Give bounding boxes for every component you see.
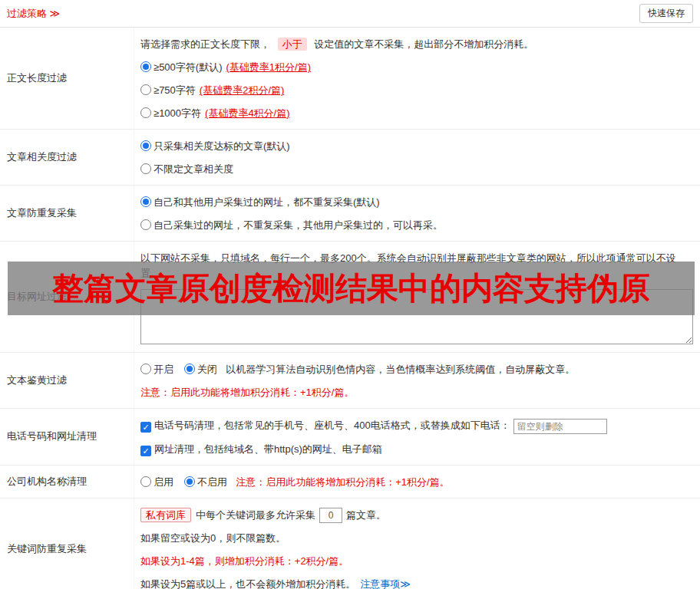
less-than-chip: 小于 — [278, 38, 307, 51]
fee-note: (基础费率2积分/篇) — [200, 84, 285, 96]
option-label: 只采集相关度达标的文章(默认) — [154, 140, 290, 152]
radio-porn-on[interactable]: 开启 — [140, 364, 173, 375]
row-label-company: 公司机构名称清理 — [0, 466, 134, 498]
radio-icon[interactable] — [140, 163, 151, 174]
option-label: ≥500字符(默认) — [154, 61, 222, 73]
option-label: 不启用 — [197, 476, 227, 488]
row-content-company: 启用 不启用 注意：启用此功能将增加积分消耗：+1积分/篇。 — [134, 466, 700, 498]
fee-note: (基础费率4积分/篇) — [205, 107, 290, 119]
radio-icon[interactable] — [140, 476, 151, 487]
company-options-line: 启用 不启用 注意：启用此功能将增加积分消耗：+1积分/篇。 — [140, 475, 693, 490]
option-label: 开启 — [154, 364, 173, 375]
company-cost-note: 注意：启用此功能将增加积分消耗：+1积分/篇。 — [236, 476, 449, 488]
radio-dedup-all-users[interactable]: 自己和其他用户采集过的网址，都不重复采集(默认) — [140, 195, 693, 210]
length-intro-pre: 请选择需求的正文长度下限， — [140, 38, 270, 50]
option-label: ≥1000字符 — [154, 107, 201, 119]
option-label: 不限定文章相关度 — [154, 163, 233, 175]
watermark-overlay: 整篇文章原创度检测结果中的内容支持伪原 — [8, 262, 695, 315]
row-phone-url-cleanup: 电话号码和网址清理 电话号码清理，包括常见的手机号、座机号、400电话格式，或替… — [0, 409, 700, 466]
radio-relevance-any[interactable]: 不限定文章相关度 — [140, 162, 693, 177]
row-label-phone: 电话号码和网址清理 — [0, 409, 134, 465]
radio-company-on[interactable]: 启用 — [140, 476, 173, 488]
keyword-note-five-text: 如果设为5篇或以上，也不会额外增加积分消耗。 — [140, 578, 355, 589]
radio-icon[interactable] — [140, 107, 151, 118]
keyword-limit-line: 私有词库中每个关键词最多允许采集篇文章。 — [140, 508, 693, 524]
option-label: ≥750字符 — [154, 84, 196, 96]
radio-relevance-strict[interactable]: 只采集相关度达标的文章(默认) — [140, 139, 693, 154]
keyword-note-zero: 如果留空或设为0，则不限篇数。 — [140, 531, 693, 546]
radio-icon[interactable] — [184, 476, 195, 487]
quick-save-button[interactable]: 快速保存 — [639, 4, 693, 23]
replacement-phone-input[interactable] — [513, 419, 607, 434]
notice-link[interactable]: 注意事项≫ — [360, 578, 411, 589]
row-content-keyword: 私有词库中每个关键词最多允许采集篇文章。 如果留空或设为0，则不限篇数。 如果设… — [134, 499, 700, 589]
row-porn-filter: 文本鉴黄过滤 开启 关闭 以机器学习算法自动识别色情内容，当色情概率达到系统阈值… — [0, 353, 700, 409]
length-intro-post: 设定值的文章不采集，超出部分不增加积分消耗。 — [314, 38, 533, 50]
checkbox-icon[interactable] — [140, 446, 151, 456]
row-relevance-filter: 文章相关度过滤 只采集相关度达标的文章(默认) 不限定文章相关度 — [0, 130, 700, 186]
row-keyword-dedup: 关键词防重复采集 私有词库中每个关键词最多允许采集篇文章。 如果留空或设为0，则… — [0, 499, 700, 589]
checkbox-icon[interactable] — [140, 422, 151, 433]
row-company-cleanup: 公司机构名称清理 启用 不启用 注意：启用此功能将增加积分消耗：+1积分/篇。 — [0, 466, 700, 499]
row-label-keyword: 关键词防重复采集 — [0, 499, 134, 589]
checkbox-url-cleanup[interactable]: 网址清理，包括纯域名、带http(s)的网址、电子邮箱 — [140, 442, 693, 457]
fee-note: (基础费率1积分/篇) — [226, 61, 311, 73]
radio-icon[interactable] — [140, 84, 151, 95]
keyword-limit-unit: 篇文章。 — [346, 509, 386, 521]
checkbox-phone-cleanup[interactable]: 电话号码清理，包括常见的手机号、座机号、400电话格式，或替换成如下电话： — [140, 418, 693, 434]
watermark-text: 整篇文章原创度检测结果中的内容支持伪原 — [52, 268, 650, 310]
option-label: 网址清理，包括纯域名、带http(s)的网址、电子邮箱 — [154, 443, 382, 455]
keyword-max-count-input[interactable] — [319, 508, 342, 523]
porn-desc: 以机器学习算法自动识别色情内容，当色情概率达到系统阈值，自动屏蔽文章。 — [226, 364, 575, 375]
porn-options-line: 开启 关闭 以机器学习算法自动识别色情内容，当色情概率达到系统阈值，自动屏蔽文章… — [140, 362, 693, 377]
row-label-relevance: 文章相关度过滤 — [0, 130, 134, 185]
radio-icon[interactable] — [140, 140, 151, 151]
row-length-filter: 正文长度过滤 请选择需求的正文长度下限， 小于 设定值的文章不采集，超出部分不增… — [0, 28, 700, 130]
row-content-length: 请选择需求的正文长度下限， 小于 设定值的文章不采集，超出部分不增加积分消耗。 … — [134, 28, 700, 129]
option-label: 关闭 — [197, 364, 217, 375]
length-intro: 请选择需求的正文长度下限， 小于 设定值的文章不采集，超出部分不增加积分消耗。 — [140, 37, 693, 52]
keyword-note-cost: 如果设为1-4篇，则增加积分消耗：+2积分/篇。 — [140, 554, 693, 569]
radio-icon[interactable] — [140, 61, 151, 72]
radio-option-1000[interactable]: ≥1000字符(基础费率4积分/篇) — [140, 106, 693, 121]
option-label: 自己采集过的网址，不重复采集，其他用户采集过的，可以再采。 — [154, 219, 443, 231]
radio-company-off[interactable]: 不启用 — [184, 476, 227, 488]
radio-icon[interactable] — [140, 219, 151, 230]
row-label-porn: 文本鉴黄过滤 — [0, 353, 134, 408]
radio-icon[interactable] — [184, 364, 195, 374]
porn-cost-note: 注意：启用此功能将增加积分消耗：+1积分/篇。 — [140, 385, 693, 400]
keyword-limit-text: 中每个关键词最多允许采集 — [196, 509, 315, 521]
radio-option-500[interactable]: ≥500字符(默认)(基础费率1积分/篇) — [140, 60, 693, 75]
row-content-dedup: 自己和其他用户采集过的网址，都不重复采集(默认) 自己采集过的网址，不重复采集，… — [134, 186, 700, 241]
private-lexicon-tag[interactable]: 私有词库 — [140, 508, 191, 522]
radio-icon[interactable] — [140, 364, 151, 374]
radio-dedup-self-only[interactable]: 自己采集过的网址，不重复采集，其他用户采集过的，可以再采。 — [140, 218, 693, 233]
option-label: 电话号码清理，包括常见的手机号、座机号、400电话格式，或替换成如下电话： — [154, 420, 510, 431]
option-label: 启用 — [154, 476, 173, 488]
radio-option-750[interactable]: ≥750字符(基础费率2积分/篇) — [140, 83, 693, 98]
radio-icon[interactable] — [140, 196, 151, 207]
topbar: 过滤策略 ≫ 快速保存 — [0, 0, 700, 28]
page-title[interactable]: 过滤策略 ≫ — [7, 7, 60, 21]
option-label: 自己和其他用户采集过的网址，都不重复采集(默认) — [154, 196, 380, 208]
radio-porn-off[interactable]: 关闭 — [184, 364, 217, 375]
keyword-note-five: 如果设为5篇或以上，也不会额外增加积分消耗。注意事项≫ — [140, 577, 693, 589]
row-label-length: 正文长度过滤 — [0, 28, 134, 129]
row-content-porn: 开启 关闭 以机器学习算法自动识别色情内容，当色情概率达到系统阈值，自动屏蔽文章… — [134, 353, 700, 408]
row-dedup-filter: 文章防重复采集 自己和其他用户采集过的网址，都不重复采集(默认) 自己采集过的网… — [0, 186, 700, 242]
row-content-relevance: 只采集相关度达标的文章(默认) 不限定文章相关度 — [134, 130, 700, 185]
row-label-dedup: 文章防重复采集 — [0, 186, 134, 241]
row-content-phone: 电话号码清理，包括常见的手机号、座机号、400电话格式，或替换成如下电话： 网址… — [134, 409, 700, 465]
